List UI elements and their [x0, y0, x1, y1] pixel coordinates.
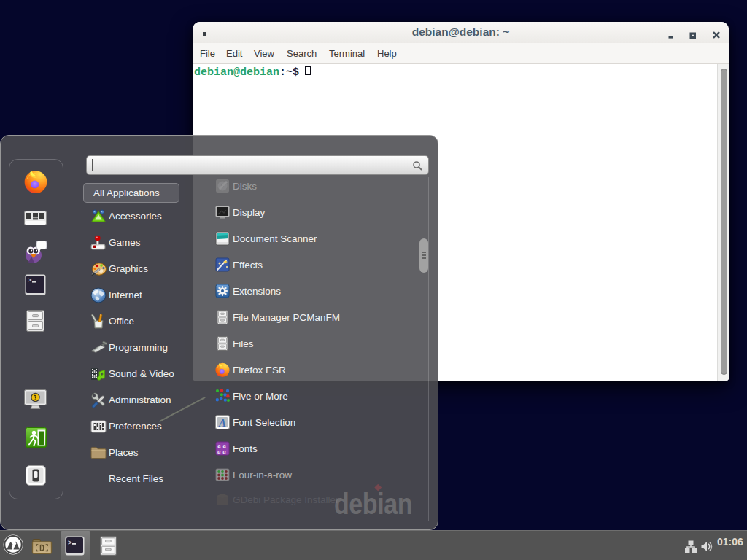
svg-text:A: A	[218, 417, 226, 429]
svg-text:a: a	[217, 448, 221, 455]
svg-text:>: >	[68, 540, 71, 547]
svg-text:>: >	[28, 277, 31, 284]
